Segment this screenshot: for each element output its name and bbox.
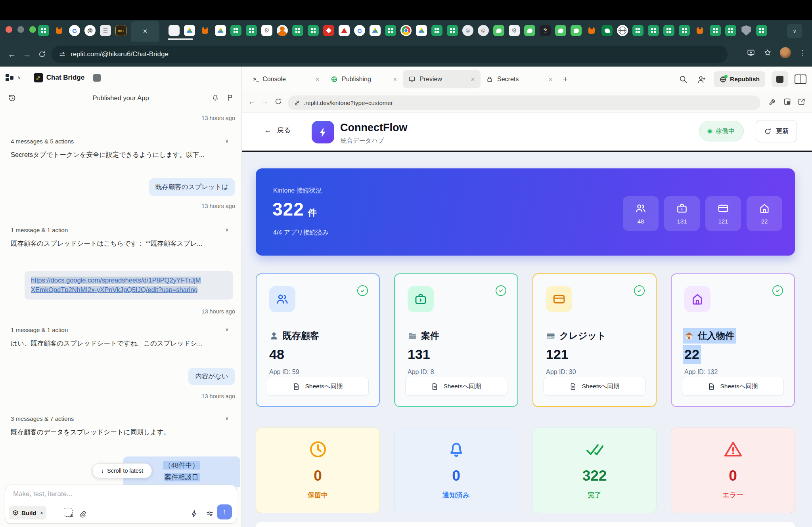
- attach-icon[interactable]: [79, 510, 86, 518]
- sync-to-sheets-button[interactable]: Sheetsへ同期: [405, 377, 507, 396]
- tab-favicon-line[interactable]: [555, 25, 566, 36]
- tab-favicon-mrt[interactable]: [115, 25, 126, 36]
- tab-favicon-sheets[interactable]: [308, 25, 319, 36]
- scroll-to-latest-button[interactable]: ↓ Scroll to latest: [92, 463, 152, 478]
- open-external-icon[interactable]: [797, 97, 806, 106]
- tab-favicon-sheets[interactable]: [230, 25, 241, 36]
- browser-reload-button[interactable]: [36, 49, 48, 60]
- tab-favicon-puzzle[interactable]: [694, 25, 705, 36]
- preview-forward-button[interactable]: →: [261, 97, 268, 106]
- message-group-header[interactable]: 1 message & 1 action ∨: [11, 227, 234, 233]
- tab-favicon-drive[interactable]: [370, 25, 381, 36]
- invite-user-icon[interactable]: [695, 73, 707, 85]
- close-icon[interactable]: ✕: [315, 76, 320, 82]
- bookmark-star-icon[interactable]: [763, 48, 772, 57]
- build-mode-button[interactable]: Build ∧: [9, 506, 46, 519]
- chevron-up-icon[interactable]: ∧: [40, 510, 44, 516]
- preview-url-text[interactable]: .replit.dev/kintone?type=customer: [304, 99, 393, 106]
- tab-favicon-gears[interactable]: [261, 25, 272, 36]
- sync-to-sheets-button[interactable]: Sheetsへ同期: [544, 377, 645, 396]
- tab-favicon-person[interactable]: [277, 25, 288, 36]
- settings-sliders-icon[interactable]: [206, 510, 214, 517]
- tab-favicon-google[interactable]: [354, 25, 365, 36]
- close-icon[interactable]: ✕: [548, 76, 553, 82]
- refresh-button[interactable]: 更新: [756, 120, 797, 142]
- tab-favicon-sheets[interactable]: [292, 25, 303, 36]
- message-group-header[interactable]: 1 message & 1 action ∨: [11, 327, 234, 333]
- tab-favicon-drive[interactable]: [215, 25, 226, 36]
- search-icon[interactable]: [677, 73, 689, 85]
- message-group-header[interactable]: 3 messages & 7 actions ∨: [11, 415, 234, 422]
- preview-url-bar[interactable]: .replit.dev/kintone?type=customer: [288, 95, 760, 110]
- tab-favicon-sheets[interactable]: [663, 25, 674, 36]
- tab-favicon-gear[interactable]: [509, 25, 520, 36]
- split-view-icon[interactable]: [795, 74, 806, 84]
- tab-favicon-globe[interactable]: [617, 25, 628, 36]
- tab-favicon-sheets[interactable]: [385, 25, 396, 36]
- tab-favicon-sheets[interactable]: [725, 25, 736, 36]
- tab-favicon-sheets[interactable]: [246, 25, 257, 36]
- browser-menu-icon[interactable]: ⋮: [799, 48, 806, 57]
- tab-favicon-sheets[interactable]: [756, 25, 767, 36]
- tab-favicon-white[interactable]: [169, 25, 180, 36]
- tab-favicon-line[interactable]: [493, 25, 504, 36]
- element-select-icon[interactable]: [64, 508, 73, 517]
- spreadsheet-link[interactable]: https://docs.google.com/spreadsheets/d/1…: [31, 277, 201, 293]
- tab-preview[interactable]: Preview ✕: [403, 70, 481, 88]
- chevron-down-icon[interactable]: ∨: [225, 415, 229, 421]
- chat-input[interactable]: [12, 490, 220, 498]
- new-tab-button[interactable]: +: [558, 71, 573, 87]
- tab-favicon-smiley[interactable]: [478, 25, 489, 36]
- tab-favicon-shield[interactable]: [741, 25, 752, 36]
- preview-back-button[interactable]: ←: [248, 97, 256, 106]
- flag-icon[interactable]: [226, 94, 234, 101]
- chevron-down-icon[interactable]: ∨: [225, 327, 229, 332]
- preview-reload-button[interactable]: [274, 97, 282, 105]
- close-icon[interactable]: ✕: [393, 76, 397, 82]
- devtools-wrench-icon[interactable]: [769, 97, 777, 106]
- tab-favicon-spiral[interactable]: [84, 25, 96, 36]
- tab-search-button[interactable]: ∨: [787, 24, 802, 38]
- notifications-bell-icon[interactable]: [211, 94, 219, 101]
- tab-favicon-doc[interactable]: [100, 25, 111, 36]
- install-app-icon[interactable]: [747, 48, 755, 57]
- chevron-down-icon[interactable]: ∨: [17, 75, 21, 80]
- tab-favicon-sheets[interactable]: [447, 25, 458, 36]
- url-bar[interactable]: replit.com/@hikaru6/Chat-Bridge: [52, 46, 728, 63]
- browser-back-button[interactable]: ←: [6, 49, 17, 60]
- site-settings-icon[interactable]: [59, 51, 66, 58]
- tab-favicon-sheets[interactable]: [38, 25, 49, 36]
- window-zoom-button[interactable]: [29, 26, 36, 33]
- tab-favicon-chrome[interactable]: [400, 25, 412, 36]
- tab-favicon-drive[interactable]: [416, 25, 427, 36]
- sync-to-sheets-button[interactable]: Sheetsへ同期: [267, 377, 369, 396]
- tab-favicon-red[interactable]: [323, 25, 334, 36]
- tab-favicon-sheets[interactable]: [632, 25, 643, 36]
- tab-console[interactable]: >_ Console ✕: [247, 70, 325, 88]
- devtools-panel-icon[interactable]: [783, 97, 791, 106]
- close-icon[interactable]: ✕: [471, 76, 475, 82]
- send-button[interactable]: ↑: [217, 504, 232, 519]
- tab-favicon-sheets[interactable]: [431, 25, 442, 36]
- window-layout-button[interactable]: [772, 71, 788, 87]
- url-text[interactable]: replit.com/@hikaru6/Chat-Bridge: [71, 50, 169, 58]
- sync-to-sheets-button[interactable]: Sheetsへ同期: [682, 377, 784, 396]
- tab-secrets[interactable]: Secrets ✕: [481, 70, 558, 88]
- republish-button[interactable]: Republish: [714, 71, 765, 87]
- close-icon[interactable]: ✕: [143, 28, 148, 35]
- tab-favicon-line[interactable]: [571, 25, 582, 36]
- browser-forward-button[interactable]: →: [21, 49, 33, 60]
- window-minimize-button[interactable]: [17, 26, 24, 33]
- tab-favicon-fire[interactable]: [339, 25, 350, 36]
- chevron-down-icon[interactable]: ∨: [225, 138, 229, 144]
- back-button[interactable]: ← 戻る: [264, 126, 291, 135]
- tab-favicon-drive[interactable]: [184, 25, 195, 36]
- tab-favicon-smiley[interactable]: [462, 25, 473, 36]
- replit-blocks-icon[interactable]: [6, 74, 14, 82]
- tab-favicon-line[interactable]: [524, 25, 535, 36]
- tab-favicon-google[interactable]: [69, 25, 80, 36]
- quick-actions-icon[interactable]: [190, 510, 198, 517]
- window-close-button[interactable]: [6, 26, 12, 33]
- chevron-down-icon[interactable]: ∨: [225, 227, 229, 233]
- profile-avatar[interactable]: [780, 47, 791, 58]
